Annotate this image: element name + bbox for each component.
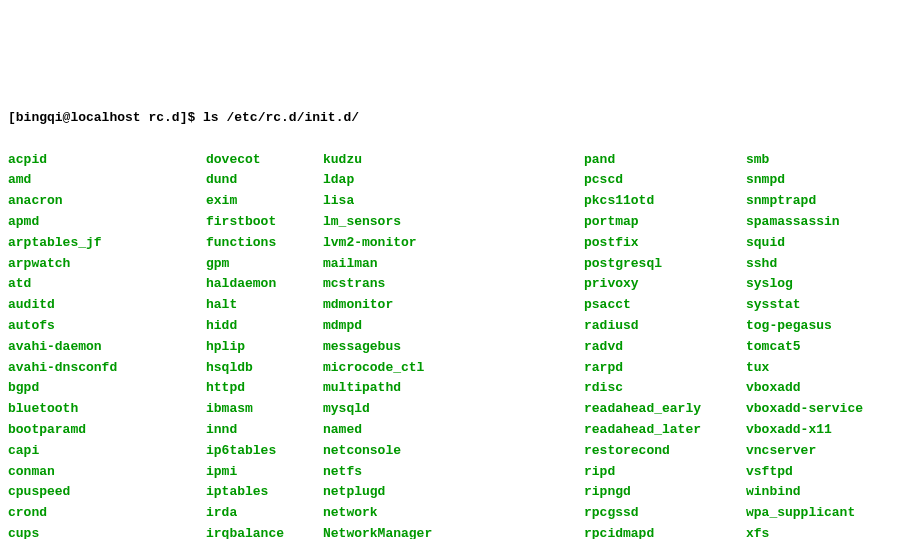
file-entry: readahead_later [584,420,746,441]
file-entry: dund [206,170,323,191]
file-entry: bluetooth [8,399,206,420]
file-entry: bgpd [8,378,206,399]
file-entry: portmap [584,212,746,233]
file-entry: radvd [584,337,746,358]
file-entry: lisa [323,191,584,212]
file-entry: halt [206,295,323,316]
file-entry: bootparamd [8,420,206,441]
listing-col-3: kudzuldaplisalm_sensorslvm2-monitormailm… [323,150,584,539]
file-entry: functions [206,233,323,254]
file-entry: hsqldb [206,358,323,379]
file-entry: microcode_ctl [323,358,584,379]
file-entry: pkcs11otd [584,191,746,212]
file-entry: irqbalance [206,524,323,539]
file-entry: wpa_supplicant [746,503,863,524]
file-entry: lm_sensors [323,212,584,233]
file-entry: radiusd [584,316,746,337]
listing-col-1: acpidamdanacronapmdarptables_jfarpwatcha… [8,150,206,539]
file-entry: netplugd [323,482,584,503]
file-entry: innd [206,420,323,441]
file-entry: dovecot [206,150,323,171]
prompt-line: [bingqi@localhost rc.d]$ ls /etc/rc.d/in… [8,108,906,129]
file-entry: ibmasm [206,399,323,420]
file-entry: sshd [746,254,863,275]
file-entry: crond [8,503,206,524]
file-entry: cups [8,524,206,539]
file-entry: tog-pegasus [746,316,863,337]
file-entry: winbind [746,482,863,503]
file-entry: multipathd [323,378,584,399]
listing-col-2: dovecotdundeximfirstbootfunctionsgpmhald… [206,150,323,539]
file-entry: hidd [206,316,323,337]
file-entry: ip6tables [206,441,323,462]
file-entry: gpm [206,254,323,275]
file-entry: acpid [8,150,206,171]
file-entry: rarpd [584,358,746,379]
file-listing: acpidamdanacronapmdarptables_jfarpwatcha… [8,150,906,539]
file-entry: pcscd [584,170,746,191]
file-entry: smb [746,150,863,171]
file-entry: arpwatch [8,254,206,275]
file-entry: capi [8,441,206,462]
file-entry: amd [8,170,206,191]
file-entry: arptables_jf [8,233,206,254]
file-entry: netconsole [323,441,584,462]
file-entry: mdmpd [323,316,584,337]
file-entry: ripngd [584,482,746,503]
file-entry: vboxadd-x11 [746,420,863,441]
file-entry: hplip [206,337,323,358]
file-entry: netfs [323,462,584,483]
file-entry: named [323,420,584,441]
listing-col-5: smbsnmpdsnmptrapdspamassassinsquidsshdsy… [746,150,863,539]
file-entry: kudzu [323,150,584,171]
listing-col-4: pandpcscdpkcs11otdportmappostfixpostgres… [584,150,746,539]
file-entry: sysstat [746,295,863,316]
file-entry: apmd [8,212,206,233]
file-entry: firstboot [206,212,323,233]
prompt-user-host: [bingqi@localhost rc.d]$ [8,110,195,125]
file-entry: haldaemon [206,274,323,295]
file-entry: mcstrans [323,274,584,295]
file-entry: ripd [584,462,746,483]
file-entry: readahead_early [584,399,746,420]
file-entry: tomcat5 [746,337,863,358]
file-entry: messagebus [323,337,584,358]
file-entry: auditd [8,295,206,316]
file-entry: vsftpd [746,462,863,483]
file-entry: ipmi [206,462,323,483]
file-entry: psacct [584,295,746,316]
file-entry: postfix [584,233,746,254]
file-entry: conman [8,462,206,483]
file-entry: avahi-daemon [8,337,206,358]
file-entry: rdisc [584,378,746,399]
file-entry: vboxadd-service [746,399,863,420]
file-entry: vncserver [746,441,863,462]
file-entry: network [323,503,584,524]
file-entry: mailman [323,254,584,275]
file-entry: NetworkManager [323,524,584,539]
file-entry: privoxy [584,274,746,295]
file-entry: mysqld [323,399,584,420]
file-entry: ldap [323,170,584,191]
file-entry: cpuspeed [8,482,206,503]
file-entry: postgresql [584,254,746,275]
file-entry: avahi-dnsconfd [8,358,206,379]
file-entry: snmpd [746,170,863,191]
terminal-output: [bingqi@localhost rc.d]$ ls /etc/rc.d/in… [8,87,906,539]
prompt-command: ls /etc/rc.d/init.d/ [203,110,359,125]
file-entry: httpd [206,378,323,399]
file-entry: mdmonitor [323,295,584,316]
file-entry: snmptrapd [746,191,863,212]
file-entry: pand [584,150,746,171]
file-entry: exim [206,191,323,212]
file-entry: tux [746,358,863,379]
file-entry: anacron [8,191,206,212]
file-entry: vboxadd [746,378,863,399]
file-entry: atd [8,274,206,295]
file-entry: irda [206,503,323,524]
file-entry: rpcgssd [584,503,746,524]
file-entry: restorecond [584,441,746,462]
file-entry: lvm2-monitor [323,233,584,254]
file-entry: rpcidmapd [584,524,746,539]
file-entry: syslog [746,274,863,295]
